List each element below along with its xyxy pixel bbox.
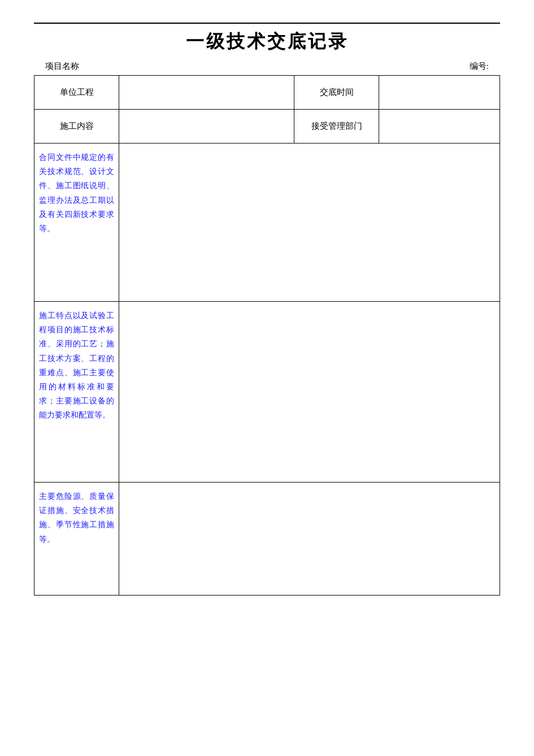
table-row-1: 单位工程 交底时间	[34, 76, 500, 110]
construction-content-value[interactable]	[119, 110, 294, 144]
code-label: 编号:	[470, 61, 489, 72]
receiving-dept-value[interactable]	[379, 110, 500, 144]
page-container: 一级技术交底记录 项目名称 编号: 单位工程 交底时间 施工内容 接受管理部门 …	[34, 23, 500, 596]
hazard-measures-label: 主要危险源、质量保证措施、安全技术措施、季节性施工措施等。	[34, 483, 119, 596]
construction-features-label: 施工特点以及试验工程项目的施工技术标准、采用的工艺；施工技术方案、工程的重难点、…	[34, 302, 119, 483]
construction-content-label: 施工内容	[34, 110, 119, 144]
delivery-time-value[interactable]	[379, 76, 500, 110]
unit-work-value[interactable]	[119, 76, 294, 110]
table-row-2: 施工内容 接受管理部门	[34, 110, 500, 144]
top-line	[34, 23, 500, 24]
hazard-measures-value[interactable]	[119, 483, 500, 596]
main-table: 单位工程 交底时间 施工内容 接受管理部门 合同文件中规定的有关技术规范、设计文…	[34, 75, 500, 596]
table-row-5: 主要危险源、质量保证措施、安全技术措施、季节性施工措施等。	[34, 483, 500, 596]
receiving-dept-label: 接受管理部门	[294, 110, 379, 144]
header-row: 项目名称 编号:	[34, 61, 500, 72]
unit-work-label: 单位工程	[34, 76, 119, 110]
project-label: 项目名称	[45, 61, 79, 72]
contract-doc-value[interactable]	[119, 144, 500, 302]
contract-doc-label: 合同文件中规定的有关技术规范、设计文件、施工图纸说明、监理办法及总工期以及有关四…	[34, 144, 119, 302]
table-row-3: 合同文件中规定的有关技术规范、设计文件、施工图纸说明、监理办法及总工期以及有关四…	[34, 144, 500, 302]
construction-features-value[interactable]	[119, 302, 500, 483]
page-title: 一级技术交底记录	[34, 29, 500, 54]
table-row-4: 施工特点以及试验工程项目的施工技术标准、采用的工艺；施工技术方案、工程的重难点、…	[34, 302, 500, 483]
delivery-time-label: 交底时间	[294, 76, 379, 110]
